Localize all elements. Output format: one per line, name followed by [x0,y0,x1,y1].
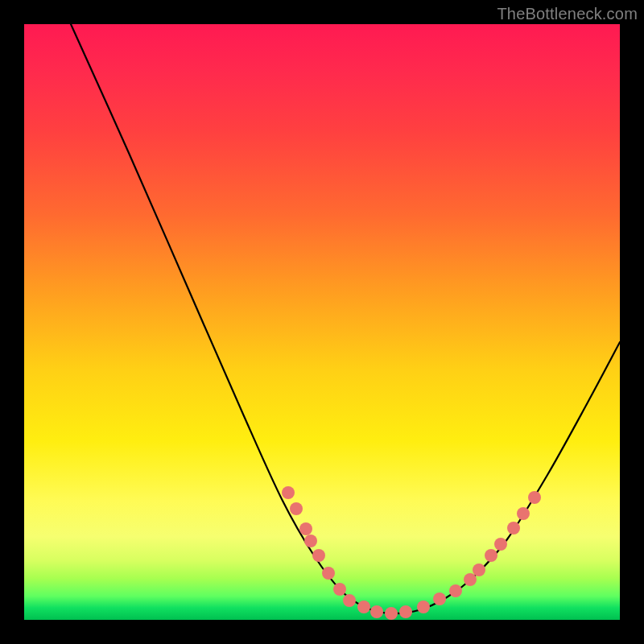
curve-marker-dot [517,507,530,520]
curve-marker-dot [473,564,485,576]
curve-marker-dot [385,607,398,620]
curve-marker-dot [370,605,383,618]
curve-marker-dot [357,601,370,613]
chart-overlay-svg [24,24,620,620]
curve-marker-dot [417,601,430,613]
curve-marker-dot [399,605,412,618]
curve-marker-dot [433,592,446,605]
curve-marker-dot [304,535,317,547]
curve-marker-dot [322,567,335,580]
curve-marker-dot [485,549,497,562]
bottleneck-curve-markers [282,486,541,620]
curve-marker-dot [449,584,462,597]
curve-marker-dot [528,491,541,504]
chart-stage: TheBottleneck.com [0,0,644,644]
curve-marker-dot [507,522,520,535]
curve-marker-dot [494,538,507,551]
curve-marker-dot [312,549,325,562]
plot-area [24,24,620,620]
curve-marker-dot [290,502,303,515]
curve-marker-dot [343,594,356,607]
curve-marker-dot [464,573,477,586]
watermark-text: TheBottleneck.com [497,5,638,23]
curve-marker-dot [282,486,295,499]
bottleneck-curve [71,24,620,613]
curve-marker-dot [333,583,346,596]
curve-marker-dot [299,522,312,535]
